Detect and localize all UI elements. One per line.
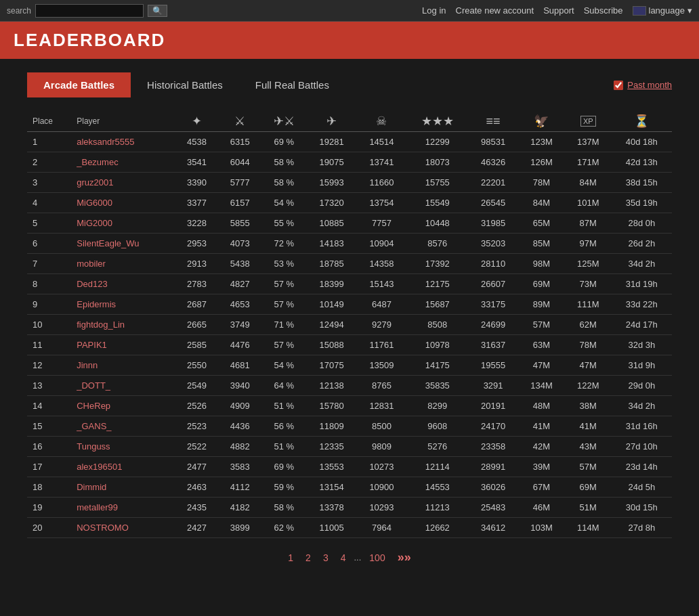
player-cell[interactable]: fightdog_Lin bbox=[71, 315, 175, 335]
air-kills-cell: 11809 bbox=[307, 416, 357, 437]
table-row: 2 _Bezumec 3541 6044 58 % 19075 13741 18… bbox=[27, 152, 672, 173]
place-cell: 8 bbox=[27, 274, 71, 294]
page-2-link[interactable]: 2 bbox=[301, 551, 315, 565]
air-kills-cell: 13154 bbox=[307, 477, 357, 498]
place-cell: 3 bbox=[27, 173, 71, 193]
battles-cell: 4182 bbox=[218, 498, 261, 518]
player-cell[interactable]: mobiler bbox=[71, 254, 175, 274]
score-cell: 2435 bbox=[175, 498, 219, 518]
player-cell[interactable]: Dimmid bbox=[71, 477, 175, 498]
eagle-cell: 48M bbox=[518, 396, 565, 416]
assists-cell: 3291 bbox=[468, 376, 518, 396]
time-cell: 31d 9h bbox=[612, 355, 672, 376]
past-month-label[interactable]: Past month bbox=[627, 80, 672, 90]
tab-arcade-battles[interactable]: Arcade Battles bbox=[27, 72, 131, 97]
page-1-link[interactable]: 1 bbox=[284, 551, 297, 565]
player-cell[interactable]: aleksandr5555 bbox=[71, 132, 175, 152]
ground-kills-cell: 11213 bbox=[406, 498, 468, 518]
xp-cell: 137M bbox=[565, 132, 612, 152]
search-button[interactable]: 🔍 bbox=[148, 5, 167, 17]
ground-icon: ≡≡ bbox=[486, 114, 501, 128]
deaths-cell: 10900 bbox=[357, 477, 407, 498]
top-navigation: search 🔍 Log in Create new account Suppo… bbox=[0, 0, 699, 22]
winrate-cell: 59 % bbox=[261, 477, 307, 498]
winrate-cell: 57 % bbox=[261, 294, 307, 315]
login-link[interactable]: Log in bbox=[422, 5, 446, 16]
player-cell[interactable]: _GANS_ bbox=[71, 416, 175, 437]
winrate-cell: 55 % bbox=[261, 213, 307, 234]
battles-cell: 6315 bbox=[218, 132, 261, 152]
score-cell: 2522 bbox=[175, 437, 219, 457]
page-3-link[interactable]: 3 bbox=[319, 551, 333, 565]
page-4-link[interactable]: 4 bbox=[337, 551, 350, 565]
place-cell: 12 bbox=[27, 355, 71, 376]
language-selector[interactable]: language ▾ bbox=[633, 5, 693, 16]
table-row: 20 NOSTROMO 2427 3899 62 % 11005 7964 12… bbox=[27, 518, 672, 538]
air-kills-cell: 10885 bbox=[307, 213, 357, 234]
stars-icon: ★★★ bbox=[421, 114, 454, 128]
ground-kills-cell: 14175 bbox=[406, 355, 468, 376]
eagle-cell: 89M bbox=[518, 294, 565, 315]
battles-cell: 4436 bbox=[218, 416, 261, 437]
player-cell[interactable]: NOSTROMO bbox=[71, 518, 175, 538]
tab-bar: Arcade Battles Historical Battles Full R… bbox=[27, 72, 672, 97]
col-header-c8: 🦅 bbox=[518, 111, 565, 132]
table-row: 9 Epidermis 2687 4653 57 % 10149 6487 15… bbox=[27, 294, 672, 315]
player-cell[interactable]: alex196501 bbox=[71, 457, 175, 477]
eagle-cell: 39M bbox=[518, 457, 565, 477]
deaths-cell: 13741 bbox=[357, 152, 407, 173]
air-kills-cell: 14183 bbox=[307, 234, 357, 254]
kills-icon: ☠ bbox=[376, 114, 387, 128]
xp-cell: 97M bbox=[565, 234, 612, 254]
table-row: 7 mobiler 2913 5438 53 % 18785 14358 173… bbox=[27, 254, 672, 274]
player-cell[interactable]: _DOTT_ bbox=[71, 376, 175, 396]
fast-forward-button[interactable]: »» bbox=[394, 549, 415, 566]
create-account-link[interactable]: Create new account bbox=[456, 5, 534, 16]
table-row: 6 SilentEagle_Wu 2953 4073 72 % 14183 10… bbox=[27, 234, 672, 254]
player-cell[interactable]: Ded123 bbox=[71, 274, 175, 294]
xp-cell: 114M bbox=[565, 518, 612, 538]
deaths-cell: 13754 bbox=[357, 193, 407, 213]
ground-kills-cell: 15549 bbox=[406, 193, 468, 213]
player-cell[interactable]: Epidermis bbox=[71, 294, 175, 315]
pagination: 1 2 3 4 ... 100 »» bbox=[27, 549, 672, 566]
tab-full-real-battles[interactable]: Full Real Battles bbox=[239, 72, 345, 97]
score-cell: 2585 bbox=[175, 335, 219, 355]
battles-cell: 3940 bbox=[218, 376, 261, 396]
subscribe-link[interactable]: Subscribe bbox=[584, 5, 623, 16]
xp-cell: 84M bbox=[565, 173, 612, 193]
player-cell[interactable]: PAPIK1 bbox=[71, 335, 175, 355]
ground-kills-cell: 8576 bbox=[406, 234, 468, 254]
ground-kills-cell: 8299 bbox=[406, 396, 468, 416]
player-cell[interactable]: MiG2000 bbox=[71, 213, 175, 234]
xp-cell: 69M bbox=[565, 477, 612, 498]
battles-cell: 4681 bbox=[218, 355, 261, 376]
player-cell[interactable]: Tunguss bbox=[71, 437, 175, 457]
table-row: 18 Dimmid 2463 4112 59 % 13154 10900 145… bbox=[27, 477, 672, 498]
score-cell: 2463 bbox=[175, 477, 219, 498]
xp-cell: 122M bbox=[565, 376, 612, 396]
eagle-cell: 47M bbox=[518, 355, 565, 376]
page-last-link[interactable]: 100 bbox=[365, 551, 389, 565]
eagle-cell: 126M bbox=[518, 152, 565, 173]
past-month-checkbox[interactable] bbox=[614, 81, 623, 90]
place-cell: 15 bbox=[27, 416, 71, 437]
assists-cell: 46326 bbox=[468, 152, 518, 173]
eagle-cell: 98M bbox=[518, 254, 565, 274]
table-row: 4 MiG6000 3377 6157 54 % 17320 13754 155… bbox=[27, 193, 672, 213]
place-cell: 9 bbox=[27, 294, 71, 315]
ground-kills-cell: 15755 bbox=[406, 173, 468, 193]
player-cell[interactable]: Jinnn bbox=[71, 355, 175, 376]
tab-historical-battles[interactable]: Historical Battles bbox=[131, 72, 239, 97]
support-link[interactable]: Support bbox=[543, 5, 574, 16]
player-cell[interactable]: _Bezumec bbox=[71, 152, 175, 173]
score-cell: 2427 bbox=[175, 518, 219, 538]
player-cell[interactable]: gruz2001 bbox=[71, 173, 175, 193]
player-cell[interactable]: SilentEagle_Wu bbox=[71, 234, 175, 254]
player-cell[interactable]: CHeRep bbox=[71, 396, 175, 416]
player-cell[interactable]: metaller99 bbox=[71, 498, 175, 518]
score-cell: 3228 bbox=[175, 213, 219, 234]
player-cell[interactable]: MiG6000 bbox=[71, 193, 175, 213]
search-input[interactable] bbox=[35, 4, 144, 18]
deaths-cell: 13509 bbox=[357, 355, 407, 376]
